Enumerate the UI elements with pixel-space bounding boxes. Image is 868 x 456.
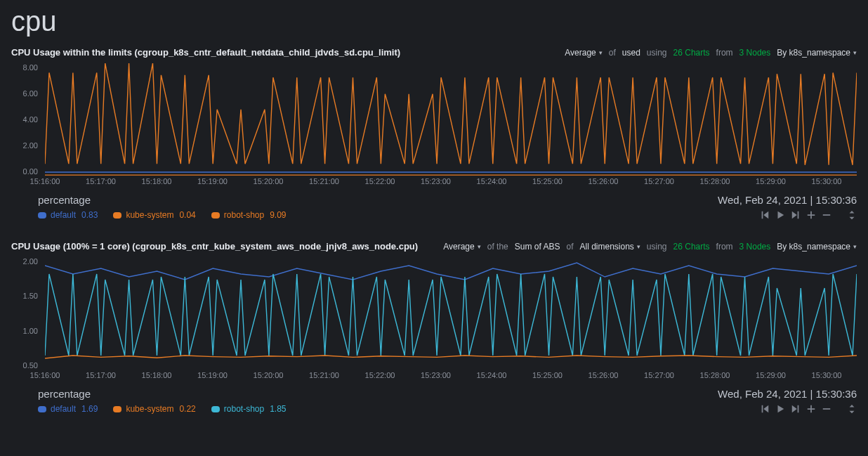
chevron-down-icon: ▾ — [599, 49, 603, 56]
legend-swatch — [113, 212, 121, 219]
axis-tick: 15:19:00 — [197, 371, 228, 384]
axis-tick: 6.00 — [23, 89, 38, 98]
zoom-out-icon[interactable] — [822, 404, 831, 414]
legend-name: default — [51, 210, 76, 220]
label-of: of — [566, 242, 573, 252]
axis-tick: 15:30:00 — [812, 371, 842, 384]
legend-name: default — [51, 404, 76, 414]
axis-tick: 4.00 — [23, 115, 38, 124]
axis-tick: 15:18:00 — [142, 177, 172, 190]
unit-label: percentage — [38, 194, 91, 206]
play-icon[interactable] — [775, 210, 785, 220]
chart-cpu-core: CPU Usage (100% = 1 core) (cgroup_k8s_cn… — [11, 240, 857, 414]
legend-value: 9.09 — [270, 210, 286, 220]
label-of: of — [609, 48, 616, 58]
legend-item[interactable]: default1.69 — [38, 404, 98, 414]
chart-toolbar: Average▾ of used using 26 Charts from 3 … — [565, 48, 857, 58]
plot-area: 8.006.004.002.000.00 15:16:0015:17:0015:… — [11, 63, 857, 190]
aggregation-select[interactable]: Average▾ — [565, 48, 602, 58]
axis-tick: 15:21:00 — [309, 371, 339, 384]
axis-tick: 15:20:00 — [254, 371, 284, 384]
axis-tick: 15:27:00 — [644, 371, 674, 384]
series-robot-shop — [45, 63, 857, 165]
legend-name: robot-shop — [224, 404, 264, 414]
zoom-in-icon[interactable] — [806, 404, 816, 414]
chart-title: CPU Usage (100% = 1 core) (cgroup_k8s_cn… — [11, 241, 418, 252]
axis-tick: 15:29:00 — [756, 371, 786, 384]
axis-tick: 15:17:00 — [86, 371, 116, 384]
axis-tick: 15:20:00 — [254, 177, 284, 190]
nodes-link[interactable]: 3 Nodes — [739, 48, 771, 58]
series-kube-system — [45, 356, 857, 358]
label-using: using — [647, 242, 667, 252]
legend-item[interactable]: kube-system0.04 — [113, 210, 195, 220]
legend-item[interactable]: default0.83 — [38, 210, 98, 220]
plot-canvas[interactable] — [45, 257, 857, 370]
skip-back-icon[interactable] — [760, 404, 770, 414]
legend-item[interactable]: kube-system0.22 — [113, 404, 195, 414]
legend-item[interactable]: robot-shop9.09 — [211, 210, 287, 220]
charts-link[interactable]: 26 Charts — [673, 242, 710, 252]
resize-icon[interactable] — [847, 404, 857, 414]
axis-tick: 15:23:00 — [421, 177, 451, 190]
timestamp: Wed, Feb 24, 2021 | 15:30:36 — [718, 388, 857, 400]
chevron-down-icon: ▾ — [853, 49, 857, 56]
legend-value: 1.85 — [270, 404, 286, 414]
resize-icon[interactable] — [847, 210, 857, 220]
chart-toolbar: Average▾ of the Sum of ABS of All dimens… — [443, 242, 857, 252]
axis-tick: 15:16:00 — [30, 177, 60, 190]
aggregation-select[interactable]: Average▾ — [443, 242, 480, 252]
plot-area: 2.001.501.000.50 15:16:0015:17:0015:18:0… — [11, 257, 857, 384]
skip-back-icon[interactable] — [760, 210, 770, 220]
chart-controls — [760, 404, 857, 414]
legend-name: robot-shop — [224, 210, 264, 220]
legend-swatch — [38, 212, 46, 219]
axis-tick: 15:28:00 — [700, 177, 730, 190]
axis-tick: 15:17:00 — [86, 177, 116, 190]
dimension-used[interactable]: used — [622, 48, 640, 58]
legend-swatch — [211, 406, 220, 412]
skip-forward-icon[interactable] — [791, 404, 801, 414]
axis-tick: 15:23:00 — [421, 371, 451, 384]
series-default — [45, 263, 857, 280]
method-select[interactable]: Sum of ABS — [515, 242, 560, 252]
axis-tick: 15:30:00 — [812, 177, 842, 190]
groupby-select[interactable]: By k8s_namespace▾ — [777, 48, 857, 58]
legend-value: 0.04 — [179, 210, 195, 220]
series-robot-shop — [45, 274, 857, 356]
x-axis: 15:16:0015:17:0015:18:0015:19:0015:20:00… — [45, 371, 857, 384]
axis-tick: 2.00 — [23, 141, 38, 150]
legend-item[interactable]: robot-shop1.85 — [211, 404, 287, 414]
axis-tick: 2.00 — [23, 257, 38, 266]
axis-tick: 0.50 — [23, 361, 38, 370]
legend-value: 0.22 — [179, 404, 195, 414]
plot-canvas[interactable] — [45, 63, 857, 176]
skip-forward-icon[interactable] — [791, 210, 801, 220]
zoom-out-icon[interactable] — [822, 210, 831, 220]
axis-tick: 15:26:00 — [588, 177, 619, 190]
label-of-the: of the — [487, 242, 508, 252]
axis-tick: 15:29:00 — [756, 177, 786, 190]
zoom-in-icon[interactable] — [806, 210, 816, 220]
label-from: from — [716, 48, 733, 58]
axis-tick: 15:22:00 — [365, 177, 395, 190]
groupby-select[interactable]: By k8s_namespace▾ — [777, 242, 857, 252]
axis-tick: 15:28:00 — [700, 371, 730, 384]
axis-tick: 1.00 — [23, 327, 38, 335]
legend-swatch — [113, 406, 121, 412]
legend: default1.69kube-system0.22robot-shop1.85 — [38, 404, 287, 414]
axis-tick: 15:16:00 — [30, 371, 60, 384]
play-icon[interactable] — [775, 404, 785, 414]
timestamp: Wed, Feb 24, 2021 | 15:30:36 — [718, 194, 857, 206]
legend-swatch — [211, 212, 220, 219]
dimensions-select[interactable]: All dimensions▾ — [579, 242, 640, 252]
chevron-down-icon: ▾ — [853, 243, 857, 250]
charts-link[interactable]: 26 Charts — [673, 48, 710, 58]
legend: default0.83kube-system0.04robot-shop9.09 — [38, 210, 287, 220]
nodes-link[interactable]: 3 Nodes — [739, 242, 771, 252]
unit-label: percentage — [38, 388, 91, 400]
chart-title: CPU Usage within the limits (cgroup_k8s_… — [11, 47, 400, 58]
legend-swatch — [38, 406, 46, 412]
label-using: using — [647, 48, 667, 58]
legend-name: kube-system — [126, 404, 173, 414]
